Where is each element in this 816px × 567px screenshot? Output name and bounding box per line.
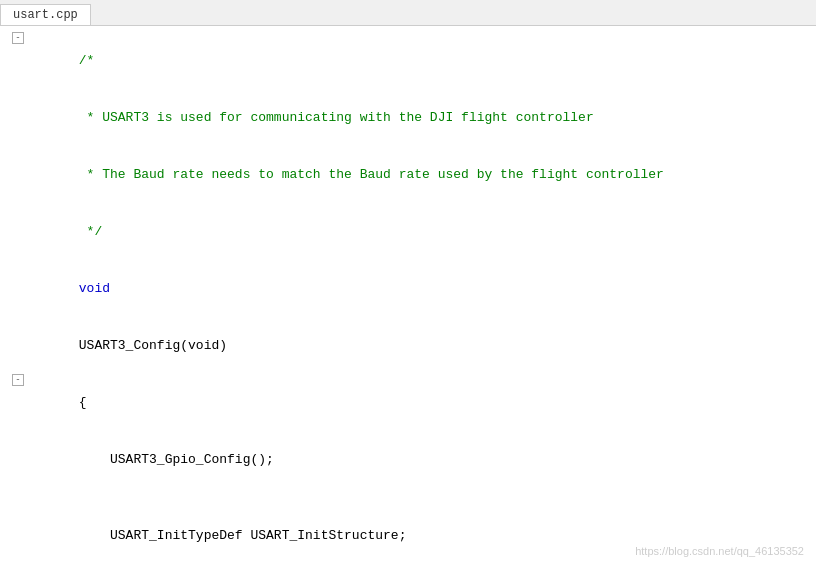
comment-text-2: * USART3 is used for communicating with … — [79, 110, 594, 125]
tab-bar: usart.cpp — [0, 0, 816, 26]
comment-text: /* — [79, 53, 95, 68]
line-content-6: USART3_Config(void) — [28, 317, 816, 374]
watermark: https://blog.csdn.net/qq_46135352 — [635, 545, 804, 557]
collapse-icon-7[interactable]: - — [12, 374, 24, 386]
line-content-3: * The Baud rate needs to match the Baud … — [28, 146, 816, 203]
line-content-9 — [28, 488, 816, 507]
gutter-7: - — [0, 374, 28, 386]
open-brace: { — [79, 395, 87, 410]
code-line-11: RCC_APB1PeriphClockCmd(RCC_APB1Periph_US… — [0, 564, 816, 565]
line-content-4: */ — [28, 203, 816, 260]
code-line-5: void — [0, 260, 816, 317]
gutter-1: - — [0, 32, 28, 44]
line-content-11: RCC_APB1PeriphClockCmd(RCC_APB1Periph_US… — [28, 564, 816, 565]
code-line-9 — [0, 488, 816, 507]
line-content-5: void — [28, 260, 816, 317]
code-container: - /* * USART3 is used for communicating … — [0, 26, 816, 565]
tab-usart-cpp[interactable]: usart.cpp — [0, 4, 91, 25]
code-line-4: */ — [0, 203, 816, 260]
code-10: USART_InitTypeDef USART_InitStructure; — [79, 528, 407, 543]
comment-text-4: */ — [79, 224, 102, 239]
line-content-7: { — [28, 374, 816, 431]
code-line-2: * USART3 is used for communicating with … — [0, 89, 816, 146]
func-sig: USART3_Config(void) — [79, 338, 227, 353]
code-line-7: - { — [0, 374, 816, 431]
collapse-icon-1[interactable]: - — [12, 32, 24, 44]
code-line-6: USART3_Config(void) — [0, 317, 816, 374]
code-line-1: - /* — [0, 32, 816, 89]
comment-the: The — [102, 167, 125, 182]
code-line-8: USART3_Gpio_Config(); — [0, 431, 816, 488]
comment-text-3: * — [79, 167, 102, 182]
line-content-2: * USART3 is used for communicating with … — [28, 89, 816, 146]
line-content-1: /* — [28, 32, 816, 89]
line-content-8: USART3_Gpio_Config(); — [28, 431, 816, 488]
comment-rest-3: Baud rate needs to match the Baud rate u… — [126, 167, 664, 182]
code-8: USART3_Gpio_Config(); — [79, 452, 274, 467]
code-line-3: * The Baud rate needs to match the Baud … — [0, 146, 816, 203]
keyword-void: void — [79, 281, 110, 296]
